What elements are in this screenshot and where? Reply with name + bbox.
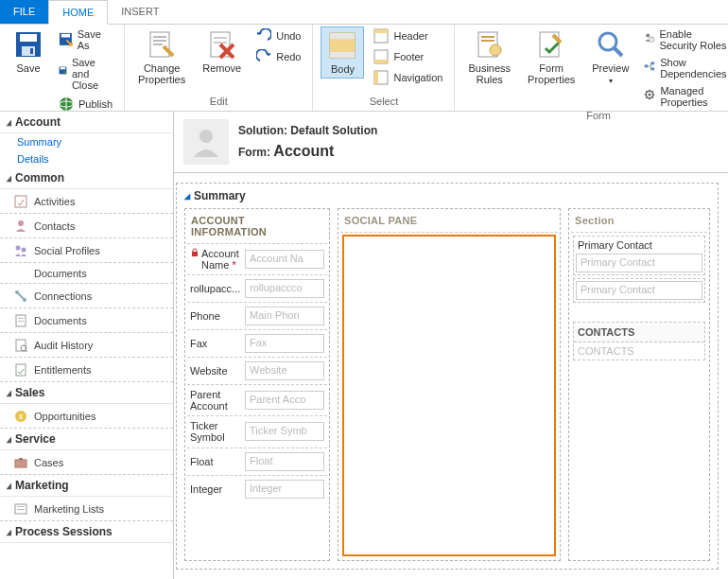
remove-button[interactable]: Remove [197,26,247,77]
svg-rect-58 [17,509,25,510]
ribbon: Save Save As Save and Close Publish Save [0,25,728,112]
column-social-pane[interactable]: SOCIAL PANE [338,208,561,561]
section-summary[interactable]: Summary [181,187,714,204]
cases-icon [13,455,28,470]
svg-rect-5 [61,34,70,38]
ribbon-group-edit: Change Properties Remove Undo Redo Edit [125,25,313,111]
contacts-block[interactable]: CONTACTS CONTACTS [573,322,705,360]
header-button[interactable]: Header [370,26,446,45]
svg-rect-40 [15,196,26,207]
sidebar-section-account[interactable]: Account [0,112,173,133]
field-input[interactable]: Main Phon [245,307,324,325]
tab-file[interactable]: FILE [0,0,48,24]
preview-button[interactable]: Preview▾ [586,26,634,89]
body-button[interactable]: Body [321,26,364,79]
audit-icon [13,338,28,353]
group-label-select: Select [321,96,446,109]
sidebar-section-common[interactable]: Common [0,167,173,189]
show-dependencies-button[interactable]: Show Dependencies [640,55,728,81]
chevron-down-icon: ▾ [609,77,613,85]
sidebar-item-audit[interactable]: Audit History [0,333,173,358]
sidebar-section-marketing[interactable]: Marketing [0,475,173,497]
sidebar-item-contacts[interactable]: Contacts [0,214,173,238]
sidebar-section-sales[interactable]: Sales [0,382,173,404]
sidebar-item-cases[interactable]: Cases [0,450,173,475]
svg-rect-57 [17,506,25,507]
field-input[interactable]: Fax [245,334,324,353]
svg-rect-12 [153,40,166,42]
tab-home[interactable]: HOME [48,0,108,25]
navigation-button[interactable]: Navigation [370,68,446,87]
field-input[interactable]: Parent Acco [245,391,324,410]
field-row-6[interactable]: Ticker SymbolTicker Symb [187,416,327,447]
security-icon [644,32,654,47]
field-input[interactable]: Integer [245,480,324,499]
field-row-3[interactable]: FaxFax [187,330,327,358]
sidebar-link-summary[interactable]: Summary [0,133,173,150]
svg-rect-35 [645,64,649,67]
save-as-button[interactable]: Save As [55,26,116,53]
sidebar-item-documents2[interactable]: Documents [0,308,173,333]
dependencies-icon [644,61,655,76]
redo-icon [256,49,271,64]
svg-rect-16 [214,42,227,44]
field-label: Float [190,456,242,467]
field-input[interactable]: Website [245,361,324,380]
svg-rect-22 [374,29,388,33]
primary-contact-input-2[interactable]: Primary Contact [576,281,702,300]
undo-button[interactable]: Undo [252,26,304,45]
form-properties-button[interactable]: Form Properties [522,26,581,88]
enable-security-button[interactable]: Enable Security Roles [640,26,728,53]
field-row-2[interactable]: PhoneMain Phon [187,303,327,330]
field-input[interactable]: Account Na [245,250,324,269]
sidebar-item-social[interactable]: Social Profiles [0,238,173,263]
properties-icon [147,29,177,60]
svg-rect-15 [214,37,227,39]
field-input[interactable]: rollupaccco [245,279,324,298]
lists-icon [13,501,28,517]
col1-header: ACCOUNT INFORMATION [187,211,327,244]
field-row-7[interactable]: FloatFloat [187,448,327,476]
sidebar-item-connections[interactable]: Connections [0,284,173,308]
sidebar-item-documents1[interactable]: Documents [0,263,173,284]
tab-insert[interactable]: INSERT [108,0,172,24]
field-label: Parent Account [190,389,242,412]
field-row-5[interactable]: Parent AccountParent Acco [187,385,327,416]
column-section[interactable]: Section Primary Contact Primary Contact … [568,208,710,561]
field-label: Ticker Symbol [190,420,242,443]
sidebar-section-process[interactable]: Process Sessions [0,521,173,543]
field-input[interactable]: Float [245,452,324,471]
svg-text:$: $ [19,412,24,421]
sidebar-item-entitlements[interactable]: Entitlements [0,358,173,382]
sidebar-link-details[interactable]: Details [0,150,173,167]
save-icon [13,29,43,60]
field-label: Fax [190,338,242,349]
primary-contact-block[interactable]: Primary Contact Primary Contact [573,236,705,275]
save-and-close-button[interactable]: Save and Close [55,55,116,93]
sidebar-item-marketing-lists[interactable]: Marketing Lists [0,497,173,521]
sidebar-section-service[interactable]: Service [0,429,173,450]
footer-button[interactable]: Footer [370,47,446,66]
form-canvas[interactable]: Summary ACCOUNT INFORMATION Account Name… [174,172,728,579]
field-row-1[interactable]: rollupacc...rollupaccco [187,275,327,303]
save-button[interactable]: Save [8,26,49,77]
sidebar-item-opportunities[interactable]: $Opportunities [0,404,173,429]
managed-properties-button[interactable]: Managed Properties [640,83,728,110]
field-row-8[interactable]: IntegerInteger [187,476,327,502]
navigation-icon [373,70,389,85]
change-properties-button[interactable]: Change Properties [132,26,191,88]
opportunities-icon: $ [13,409,28,424]
primary-contact-block-2[interactable]: Primary Contact [573,278,705,303]
field-row-0[interactable]: Account Name *Account Na [187,244,327,275]
column-account-info[interactable]: ACCOUNT INFORMATION Account Name *Accoun… [184,208,330,561]
field-input[interactable]: Ticker Symb [245,422,324,441]
gear-icon [644,89,655,104]
primary-contact-label: Primary Contact [574,237,704,254]
field-row-4[interactable]: WebsiteWebsite [187,358,327,385]
sidebar-item-activities[interactable]: Activities [0,189,173,214]
publish-button[interactable]: Publish [55,95,116,114]
social-pane-selected[interactable] [342,235,556,556]
redo-button[interactable]: Redo [252,47,304,66]
business-rules-button[interactable]: Business Rules [462,26,516,88]
primary-contact-input[interactable]: Primary Contact [576,254,702,272]
